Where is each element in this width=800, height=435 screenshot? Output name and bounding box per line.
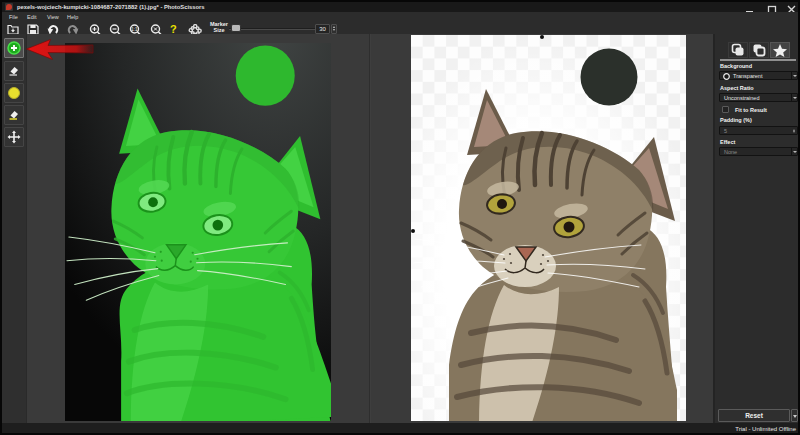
svg-text:1:1: 1:1 bbox=[131, 26, 138, 31]
